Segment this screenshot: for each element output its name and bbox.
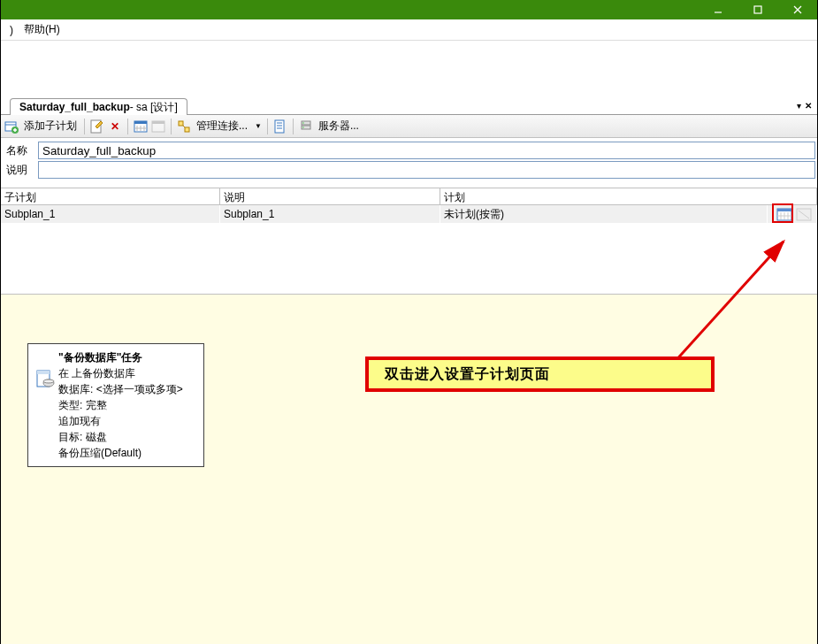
name-label: 名称: [3, 143, 38, 158]
toolbar: 添加子计划 ✕ 管理连接... ▼ 服务器...: [1, 115, 817, 138]
manage-conn-label: 管理连接...: [195, 117, 249, 135]
calendar-disabled-icon: [151, 119, 165, 134]
schedule-disabled-icon: [795, 206, 813, 222]
maximize-button[interactable]: [738, 0, 777, 19]
svg-line-20: [183, 126, 185, 127]
task-line3: 类型: 完整: [58, 397, 196, 413]
col-subplan[interactable]: 子计划: [1, 188, 220, 205]
svg-rect-39: [37, 371, 50, 374]
grid-whitespace: [1, 223, 817, 294]
delete-icon[interactable]: ✕: [108, 119, 122, 134]
add-subplan-label: 添加子计划: [22, 117, 79, 135]
document-tab-row: Saturday_full_backup - sa [设计] ▾ ✕: [1, 97, 817, 115]
add-subplan-button[interactable]: 添加子计划: [4, 117, 79, 135]
minimize-button[interactable]: [698, 0, 738, 19]
task-line5: 目标: 磁盘: [58, 429, 196, 445]
svg-rect-1: [754, 6, 761, 13]
menu-help[interactable]: 帮助(H): [19, 19, 65, 40]
server-label: 服务器...: [317, 117, 361, 135]
svg-rect-18: [179, 121, 183, 126]
svg-rect-11: [134, 121, 147, 124]
svg-point-28: [302, 126, 304, 128]
svg-rect-19: [185, 127, 189, 132]
grid-row[interactable]: Subplan_1 Subplan_1 未计划(按需): [1, 205, 817, 223]
manage-conn-button[interactable]: 管理连接... ▼: [177, 117, 262, 135]
name-field[interactable]: [38, 142, 815, 159]
desc-label: 说明: [3, 163, 38, 178]
task-line6: 备份压缩(Default): [58, 445, 196, 461]
tab-suffix: - sa [设计]: [130, 100, 178, 115]
task-line4: 追加现有: [58, 413, 196, 429]
tab-dropdown-icon[interactable]: ▾: [797, 101, 801, 111]
add-subplan-icon: [4, 119, 19, 134]
document-tab[interactable]: Saturday_full_backup - sa [设计]: [10, 98, 187, 115]
task-box[interactable]: "备份数据库"任务 在 上备份数据库 数据库: <选择一项或多项> 类型: 完整…: [27, 343, 204, 467]
task-title: "备份数据库"任务: [58, 349, 196, 365]
col-desc[interactable]: 说明: [220, 188, 440, 205]
design-surface[interactable]: "备份数据库"任务 在 上备份数据库 数据库: <选择一项或多项> 类型: 完整…: [1, 294, 817, 644]
annotation-box: 双击进入设置子计划页面: [365, 356, 715, 392]
menu-prefix: ): [4, 21, 19, 39]
blank-area: [1, 41, 817, 97]
task-line2: 数据库: <选择一项或多项>: [58, 381, 196, 397]
svg-rect-21: [275, 120, 284, 133]
chevron-down-icon: ▼: [255, 122, 262, 130]
calendar-tb-icon[interactable]: [134, 119, 148, 134]
backup-task-icon: [35, 369, 55, 390]
desc-field[interactable]: [38, 161, 815, 179]
svg-rect-17: [152, 121, 164, 124]
edit-icon[interactable]: [90, 119, 104, 134]
server-button[interactable]: 服务器...: [299, 117, 361, 135]
menubar: ) 帮助(H): [1, 19, 817, 41]
window-titlebar: [1, 0, 817, 19]
report-icon[interactable]: [273, 119, 287, 134]
close-button[interactable]: [777, 0, 817, 19]
cell-subplan[interactable]: Subplan_1: [1, 205, 220, 223]
cell-plan: 未计划(按需): [440, 205, 768, 223]
server-icon: [299, 119, 313, 134]
annotation-highlight: [772, 203, 793, 223]
svg-point-41: [43, 380, 54, 383]
tab-close-icon[interactable]: ✕: [805, 101, 812, 111]
col-plan[interactable]: 计划: [440, 188, 817, 205]
annotation-text: 双击进入设置子计划页面: [385, 365, 550, 384]
grid-header: 子计划 说明 计划: [1, 188, 817, 205]
cell-desc[interactable]: Subplan_1: [220, 205, 440, 223]
manage-conn-icon: [177, 119, 191, 134]
task-line1: 在 上备份数据库: [58, 365, 196, 381]
tab-name: Saturday_full_backup: [19, 101, 130, 113]
svg-point-27: [302, 122, 304, 124]
form-area: 名称 说明: [1, 138, 817, 182]
